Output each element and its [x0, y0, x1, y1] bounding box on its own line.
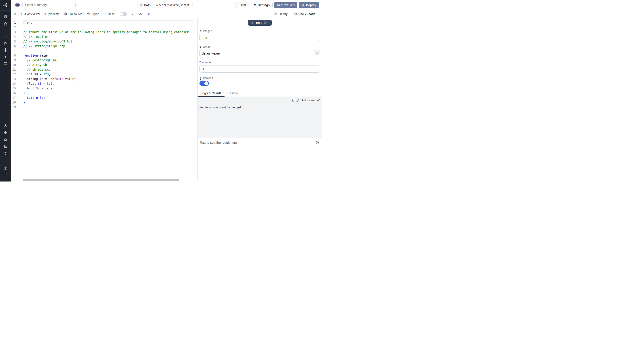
code-line[interactable]: 13 string $e = "default value", [11, 77, 194, 81]
line-content: // // monolog/monolog@3.6.0 [23, 39, 72, 44]
code-line[interactable]: 4// // require: [11, 34, 194, 39]
code-line[interactable]: 16) { [11, 91, 194, 95]
code-editor[interactable]: 1<?php23// remove the first // of the fo… [11, 18, 194, 181]
reset-button[interactable]: Reset [103, 12, 116, 16]
workers-robot-icon[interactable] [4, 138, 8, 141]
settings-button[interactable]: ⚙ Settings [251, 2, 272, 8]
logs-panel: Auto scroll No logs are available yet [198, 97, 322, 138]
field-g-toggle[interactable] [200, 81, 209, 86]
home-icon[interactable] [4, 35, 8, 38]
check-icon[interactable] [317, 99, 320, 102]
audit-eye-icon[interactable] [4, 152, 8, 155]
add-resource-label: +Resource [68, 12, 82, 16]
info-icon[interactable] [316, 141, 319, 144]
field-type: integer [203, 29, 212, 33]
user-icon[interactable] [4, 124, 8, 128]
toolbar-left: $ +Context Var $ +Variable +Resource [11, 12, 150, 16]
add-context-var-button[interactable]: $ +Context Var [20, 12, 40, 16]
diff-button[interactable]: ± Diff [235, 2, 249, 8]
download-icon[interactable] [291, 99, 294, 102]
script-summary-input[interactable] [22, 2, 76, 8]
users-icon[interactable] [131, 12, 135, 16]
collapse-arrow-right-icon[interactable] [4, 172, 8, 176]
code-lines: 1<?php23// remove the first // of the fo… [11, 20, 194, 109]
runs-play-icon[interactable] [4, 41, 8, 45]
add-resource-button[interactable]: +Resource [64, 12, 82, 16]
code-line[interactable]: 15 bool $g = true, [11, 86, 194, 91]
code-line[interactable]: 14 float $f = 3.5, [11, 81, 194, 86]
field-type: string [203, 45, 210, 48]
horizontal-scrollbar[interactable] [23, 179, 179, 181]
workspace-building-icon[interactable] [4, 14, 8, 18]
folders-icon[interactable] [4, 145, 8, 148]
variables-dollar-icon[interactable] [4, 48, 8, 52]
tab-logs-result[interactable]: Logs & Result [200, 91, 222, 97]
code-line[interactable]: 5// // monolog/monolog@3.6.0 [11, 39, 194, 44]
dollar-icon: $ [44, 12, 46, 16]
code-line[interactable]: 10 // array $b, [11, 63, 194, 67]
line-content: return $d; [23, 95, 45, 100]
expand-icon[interactable] [296, 99, 300, 102]
test-shortcut: ⌘↵ [263, 21, 268, 24]
draft-button[interactable]: Draft ⌘S [274, 2, 298, 8]
code-line[interactable]: 9 // Postgresql $a, [11, 58, 194, 63]
code-line[interactable]: 8function main( [11, 53, 194, 58]
field-label-g: g boolean [200, 76, 320, 80]
deploy-label: Deploy [306, 3, 316, 7]
code-line[interactable]: 18} [11, 100, 194, 105]
field-e-input[interactable] [200, 50, 320, 57]
resources-cubes-icon[interactable] [4, 55, 8, 58]
deploy-button[interactable]: Deploy [299, 2, 319, 8]
line-content: bool $g = true, [23, 86, 54, 91]
field-label-d: d integer [200, 29, 320, 33]
settings-gear-icon[interactable]: ⚙ [4, 131, 8, 135]
format-brush-icon[interactable] [139, 12, 143, 16]
logs-empty-text: No logs are available yet [200, 106, 242, 109]
field-d-input[interactable] [200, 34, 320, 41]
settings-label: Settings [258, 3, 270, 7]
field-f-input[interactable] [200, 65, 320, 73]
add-type-button[interactable]: +Type [86, 12, 99, 16]
field-name: e [200, 44, 201, 48]
line-content: function main( [23, 53, 49, 58]
tab-history[interactable]: History [228, 91, 239, 97]
code-line[interactable]: 19 [11, 105, 194, 109]
line-number: 5 [11, 39, 16, 44]
line-number: 19 [11, 105, 16, 109]
toggle-knob [204, 81, 208, 85]
ai-sparkles-icon[interactable] [147, 12, 150, 16]
path-value: u/henri/honored_script [153, 2, 192, 8]
code-line[interactable]: 17 return $d; [11, 95, 194, 100]
use-vscode-button[interactable]: Use VScode [294, 12, 315, 16]
line-number: 12 [11, 72, 16, 77]
code-line[interactable]: 2 [11, 25, 194, 30]
schedules-calendar-icon[interactable] [4, 61, 8, 65]
multiplayer-toggle[interactable] [120, 12, 127, 16]
line-number: 10 [11, 63, 16, 67]
code-line[interactable]: 6// // stripe/stripe-php [11, 44, 194, 48]
logs-toolbar: Auto scroll [291, 99, 320, 102]
package-icon [86, 12, 90, 16]
line-number: 3 [11, 30, 16, 34]
code-line[interactable]: 1<?php [11, 20, 194, 25]
line-number: 15 [11, 86, 16, 91]
toggle-knob [120, 12, 123, 16]
line-content: // remove the first // of the following … [23, 30, 189, 34]
windmill-logo-icon[interactable] [0, 0, 11, 10]
test-button[interactable]: Test ⌘↵ [248, 20, 272, 26]
reset-icon [103, 12, 107, 16]
path-box[interactable]: Path u/henri/honored_script [137, 2, 192, 8]
line-content: string $e = "default value", [23, 77, 78, 81]
editor-toolbar: $ +Context Var $ +Variable +Resource [11, 10, 322, 18]
library-button[interactable]: Library [274, 12, 288, 16]
line-number: 17 [11, 95, 16, 100]
help-question-icon[interactable] [4, 166, 8, 170]
add-variable-button[interactable]: $ +Variable [44, 12, 60, 16]
code-line[interactable]: 3// remove the first // of the following… [11, 30, 194, 34]
favorites-star-icon[interactable] [4, 22, 8, 26]
field-name: f [200, 60, 200, 64]
code-line[interactable]: 7 [11, 48, 194, 53]
code-line[interactable]: 11 // object $c, [11, 67, 194, 72]
resize-handle[interactable] [318, 55, 320, 57]
code-line[interactable]: 12 int $d = 123, [11, 72, 194, 77]
